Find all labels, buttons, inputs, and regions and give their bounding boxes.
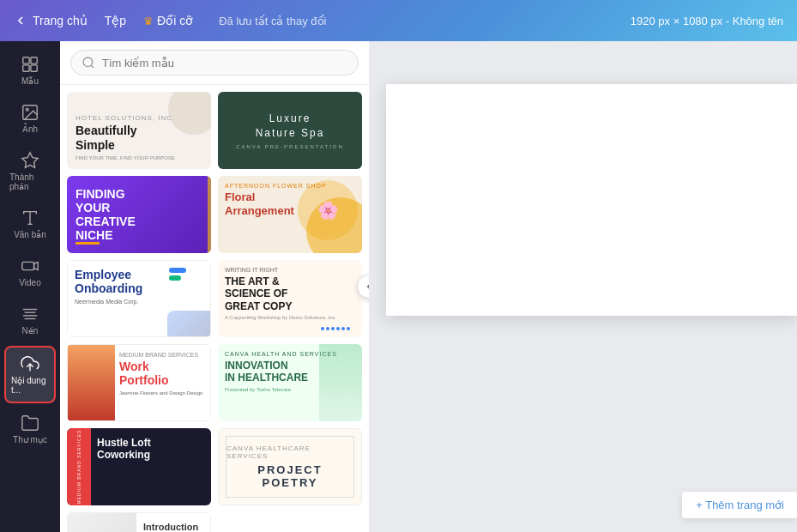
template-floral-arrangement[interactable]: 🌸 Afternoon Flower Shop FloralArrangemen… — [218, 176, 362, 253]
svg-line-17 — [91, 65, 94, 68]
saved-status: Đã lưu tất cả thay đổi — [219, 15, 326, 27]
sidebar-item-mau[interactable]: Mẫu — [4, 48, 56, 93]
topbar: Trang chủ Tệp ♛ Đổi cỡ Đã lưu tất cả tha… — [0, 0, 797, 41]
search-bar — [60, 41, 369, 85]
svg-marker-10 — [34, 262, 39, 269]
template-finding-creative-niche[interactable]: FindingYourCreativeNiche — [67, 176, 211, 253]
back-button[interactable]: Trang chủ — [14, 14, 88, 27]
template-project-poetry[interactable]: CANVA HEALTHCARE SERVICES PROJECTPOETRY — [218, 428, 362, 505]
svg-point-5 — [26, 108, 28, 111]
sidebar-item-video[interactable]: Video — [4, 250, 56, 294]
sidebar-label-nen: Nền — [22, 326, 39, 336]
sidebar-label-anh: Ảnh — [22, 124, 38, 134]
sidebar-item-thu-muc[interactable]: Thư mục — [4, 407, 56, 451]
svg-rect-9 — [22, 262, 34, 269]
template-work-portfolio[interactable]: MEDIUM BRAND SERVICES WorkPortfolio Jasm… — [67, 344, 211, 421]
search-input-wrap[interactable] — [70, 50, 359, 76]
add-page-button[interactable]: + Thêm trang mới — [682, 492, 797, 518]
canvas-page — [386, 84, 797, 316]
template-employee-onboarding[interactable]: EmployeeOnboarding Neermedia Media Corp. — [67, 260, 211, 337]
sidebar-label-thanh-phan: Thành phần — [9, 172, 51, 191]
template-luxure-nature-spa[interactable]: LuxureNature Spa CANVA PRE-PRESENTATION — [218, 92, 362, 169]
sidebar-label-mau: Mẫu — [21, 76, 39, 86]
file-menu[interactable]: Tệp — [105, 14, 126, 27]
template-art-science-copy[interactable]: WRITING IT RIGHT THE ART &SCIENCE OFGREA… — [218, 260, 362, 337]
template-hustle-loft[interactable]: MEDIUM BRAND SERVICES Hustle LoftCoworki… — [67, 428, 211, 505]
sidebar-label-van-ban: Văn bản — [14, 230, 46, 239]
sidebar-item-nen[interactable]: Nền — [4, 298, 56, 342]
svg-rect-0 — [23, 57, 29, 63]
svg-point-16 — [83, 57, 93, 67]
svg-rect-2 — [23, 65, 29, 71]
sidebar-item-van-ban[interactable]: Văn bản — [4, 202, 56, 246]
svg-rect-3 — [31, 65, 37, 71]
sidebar-label-thu-muc: Thư mục — [13, 435, 47, 444]
svg-rect-1 — [31, 57, 37, 63]
topbar-nav: Tệp ♛ Đổi cỡ — [105, 14, 193, 27]
sidebar-item-thanh-phan[interactable]: Thành phần — [4, 144, 56, 198]
upgrade-label: Đổi cỡ — [157, 14, 193, 27]
templates-panel: HOTEL SOLUTIONS, INC. BeautifullySimple … — [60, 41, 369, 532]
sidebar-label-noi-dung: Nội dung t... — [11, 376, 49, 395]
sidebar-label-video: Video — [19, 278, 40, 287]
search-icon — [82, 56, 95, 70]
main-body: Mẫu Ảnh Thành phần Văn bản Video — [0, 41, 797, 532]
dimensions-label: 1920 px × 1080 px - Không tên — [631, 15, 783, 27]
canvas-area: + Thêm trang mới — [369, 41, 797, 532]
sidebar-item-anh[interactable]: Ảnh — [4, 96, 56, 141]
file-label: Tệp — [105, 14, 126, 27]
svg-marker-6 — [22, 153, 38, 167]
search-input[interactable] — [102, 57, 347, 70]
template-innovation-healthcare[interactable]: CANVA HEALTH AND SERVICES INNOVATIONIN H… — [218, 344, 362, 421]
sidebar: Mẫu Ảnh Thành phần Văn bản Video — [0, 41, 60, 532]
sidebar-item-noi-dung[interactable]: Nội dung t... — [4, 346, 56, 403]
upgrade-button[interactable]: ♛ Đổi cỡ — [143, 14, 193, 27]
templates-grid: HOTEL SOLUTIONS, INC. BeautifullySimple … — [60, 85, 369, 532]
back-label: Trang chủ — [33, 14, 88, 27]
template-introduction[interactable]: ▦ Introduction — [67, 512, 211, 532]
template-beautifully-simple[interactable]: HOTEL SOLUTIONS, INC. BeautifullySimple … — [67, 92, 211, 169]
